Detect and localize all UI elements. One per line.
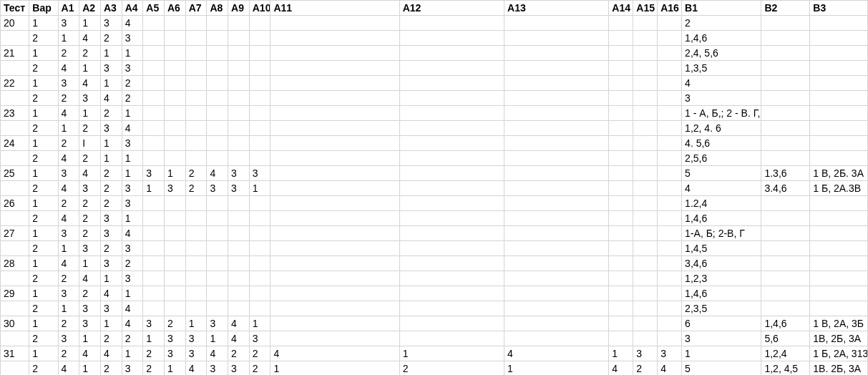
cell[interactable]: 3 (228, 181, 250, 196)
cell[interactable] (504, 136, 609, 151)
cell[interactable]: 1 (143, 181, 165, 196)
cell[interactable]: 5 (682, 166, 761, 181)
cell[interactable] (249, 136, 270, 151)
cell[interactable]: 2 (29, 151, 58, 166)
cell[interactable]: 4 (58, 211, 79, 226)
cell[interactable] (761, 151, 810, 166)
cell[interactable] (399, 256, 504, 271)
cell[interactable] (658, 16, 682, 31)
cell[interactable]: 3 (165, 331, 186, 346)
cell[interactable]: 4 (270, 346, 399, 361)
cell[interactable] (633, 301, 658, 316)
cell[interactable]: 3 (58, 331, 79, 346)
cell[interactable]: 2 (249, 346, 270, 361)
cell[interactable] (504, 121, 609, 136)
cell[interactable]: 2 (633, 361, 658, 376)
cell[interactable]: 3 (122, 136, 143, 151)
cell[interactable] (185, 106, 207, 121)
cell[interactable] (207, 286, 228, 301)
cell[interactable]: 1 (609, 346, 633, 361)
cell[interactable] (207, 61, 228, 76)
cell[interactable] (761, 106, 810, 121)
cell[interactable]: 4 (228, 316, 250, 331)
cell[interactable] (270, 316, 399, 331)
cell[interactable]: 4 (79, 271, 101, 286)
cell[interactable] (504, 286, 609, 301)
cell[interactable] (504, 271, 609, 286)
cell[interactable] (504, 76, 609, 91)
cell[interactable]: 1 (29, 106, 58, 121)
cell[interactable] (658, 331, 682, 346)
cell[interactable] (504, 301, 609, 316)
cell[interactable]: 2 (58, 346, 79, 361)
cell[interactable]: 4 (100, 91, 122, 106)
cell[interactable] (633, 211, 658, 226)
cell[interactable] (165, 256, 186, 271)
cell[interactable] (633, 121, 658, 136)
cell[interactable] (761, 31, 810, 46)
cell[interactable] (399, 31, 504, 46)
cell[interactable] (609, 181, 633, 196)
cell[interactable]: 4 (504, 346, 609, 361)
cell[interactable] (810, 301, 868, 316)
cell[interactable]: 2 (143, 346, 165, 361)
cell[interactable]: 1 В, 2А, 3Б (810, 316, 868, 331)
cell[interactable]: 2 (58, 46, 79, 61)
cell[interactable]: 4. 5,6 (682, 136, 761, 151)
cell[interactable]: 1 (58, 121, 79, 136)
cell[interactable] (249, 121, 270, 136)
cell[interactable] (249, 106, 270, 121)
cell[interactable] (399, 241, 504, 256)
cell[interactable] (270, 106, 399, 121)
cell[interactable] (143, 46, 165, 61)
cell[interactable]: 2 (29, 61, 58, 76)
cell[interactable]: 4 (658, 361, 682, 376)
cell[interactable]: 3 (165, 346, 186, 361)
cell[interactable]: 1 (29, 166, 58, 181)
cell[interactable] (609, 61, 633, 76)
cell[interactable] (658, 76, 682, 91)
cell[interactable] (143, 211, 165, 226)
cell[interactable] (609, 106, 633, 121)
cell[interactable]: 1 (29, 286, 58, 301)
cell[interactable]: 3 (100, 61, 122, 76)
cell[interactable] (609, 46, 633, 61)
cell[interactable]: 2 (100, 166, 122, 181)
cell[interactable] (249, 61, 270, 76)
cell[interactable] (270, 211, 399, 226)
cell[interactable] (504, 166, 609, 181)
cell[interactable]: 2 (122, 91, 143, 106)
cell[interactable] (658, 151, 682, 166)
cell[interactable]: 3.4,6 (761, 181, 810, 196)
cell[interactable] (228, 241, 250, 256)
cell[interactable] (633, 16, 658, 31)
cell[interactable]: 3 (58, 226, 79, 241)
cell[interactable] (761, 196, 810, 211)
cell[interactable] (504, 61, 609, 76)
cell[interactable] (207, 151, 228, 166)
cell[interactable] (1, 241, 29, 256)
cell[interactable]: 2 (100, 241, 122, 256)
cell[interactable] (658, 91, 682, 106)
cell[interactable] (207, 256, 228, 271)
cell[interactable] (761, 91, 810, 106)
cell[interactable]: 4 (79, 76, 101, 91)
cell[interactable] (270, 271, 399, 286)
cell[interactable]: 3 (100, 121, 122, 136)
cell[interactable] (658, 226, 682, 241)
cell[interactable] (504, 46, 609, 61)
cell[interactable] (761, 46, 810, 61)
cell[interactable]: 3 (122, 361, 143, 376)
cell[interactable]: 2,5,6 (682, 151, 761, 166)
cell[interactable] (185, 61, 207, 76)
cell[interactable]: 4 (122, 301, 143, 316)
cell[interactable] (165, 31, 186, 46)
cell[interactable]: 2 (29, 331, 58, 346)
cell[interactable]: 2 (100, 181, 122, 196)
cell[interactable]: 1 (122, 46, 143, 61)
cell[interactable]: 3 (79, 91, 101, 106)
cell[interactable] (270, 46, 399, 61)
cell[interactable] (761, 226, 810, 241)
cell[interactable] (399, 316, 504, 331)
cell[interactable]: 1 (185, 316, 207, 331)
